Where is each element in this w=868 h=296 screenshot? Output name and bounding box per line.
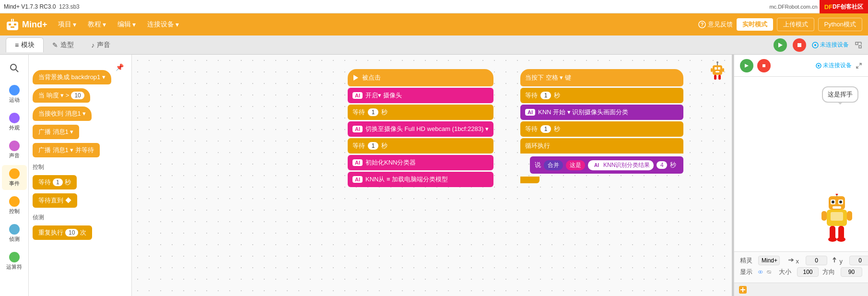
menu-item-edit[interactable]: 编辑 ▾ (113, 17, 141, 32)
svg-point-42 (836, 194, 838, 195)
say-sec-label: 秒 (670, 161, 676, 169)
block-group-flag: 被点击 AI 开启▾ 摄像头 等待 1 秒 AI 切换至摄像头 Full HD … (348, 69, 493, 187)
stage-expand-icon[interactable] (856, 62, 862, 69)
svg-rect-9 (798, 43, 801, 47)
x-value[interactable]: 0 (806, 256, 827, 265)
speech-bubble: 这是挥手 (822, 86, 858, 103)
svg-point-48 (828, 237, 837, 242)
sidebar-item-sound[interactable]: 声音 (2, 137, 27, 162)
tab-blocks-icon: ≡ (15, 41, 19, 49)
volume-block[interactable]: 当 响度 ▾ > 10 (33, 88, 90, 103)
sidebar-item-motion[interactable]: 运动 (2, 82, 27, 107)
svg-rect-45 (847, 211, 852, 221)
realtime-mode-button[interactable]: 实时模式 (737, 18, 773, 31)
broadcast-wait-block[interactable]: 广播 消息1 ▾ 并等待 (33, 143, 100, 157)
size-label: 大小 (779, 268, 793, 276)
knn-result-badge: AI KNN识别分类结果 (588, 160, 654, 170)
repeat-block[interactable]: 重复执行 10 次 (33, 225, 92, 240)
y-value[interactable]: 0 (849, 256, 868, 265)
add-sprite-bar (734, 283, 868, 296)
stage-green-flag[interactable] (740, 59, 753, 72)
python-mode-button[interactable]: Python模式 (818, 18, 862, 31)
sprite-name-row: 精灵 Mind+ x 0 y (740, 256, 862, 265)
looks-dot (9, 113, 20, 123)
svg-rect-27 (714, 75, 716, 80)
broadcast-block[interactable]: 广播 消息1 ▾ (33, 125, 79, 139)
canvas-area[interactable]: 被点击 AI 开启▾ 摄像头 等待 1 秒 AI 切换至摄像头 Full HD … (132, 55, 732, 296)
sidebar-item-events[interactable]: 事件 (2, 165, 27, 190)
knn-classify-block[interactable]: AI KNN 开始 ▾ 识别摄像头画面分类 (520, 105, 683, 120)
repeat-count: 10 (65, 229, 78, 237)
wait-1s-block-2[interactable]: 等待 1 秒 (348, 138, 493, 154)
wait-until-block[interactable]: 等待直到 ◆ (33, 193, 77, 208)
svg-rect-22 (716, 71, 719, 72)
eye-icon[interactable] (758, 269, 763, 275)
tab-blocks[interactable]: ≡ 模块 (6, 37, 44, 52)
wait-block[interactable]: 等待 1 秒 (33, 175, 77, 189)
add-sprite-icon[interactable] (738, 285, 748, 295)
df-logo: DFDF创客社区 (820, 0, 868, 13)
no-eye-icon[interactable] (767, 269, 772, 275)
green-flag-button[interactable] (774, 38, 787, 52)
svg-rect-19 (713, 65, 722, 75)
when-space-pressed-block[interactable]: 当按下 空格 ▾ 键 (520, 69, 683, 86)
menu-item-tutorial[interactable]: 教程 ▾ (83, 17, 111, 32)
say-block[interactable]: 说 合并 这是 AI KNN识别分类结果 4 秒 (530, 156, 683, 174)
tab-sounds-label: 声音 (97, 41, 110, 49)
wait-1s-label-4: 等待 (525, 125, 538, 133)
size-value[interactable]: 100 (797, 267, 819, 277)
upload-mode-button[interactable]: 上传模式 (777, 18, 814, 31)
stage-wifi-icon (816, 63, 821, 69)
sprite-name-label: 精灵 (740, 256, 754, 265)
receive-message-block[interactable]: 当接收到 消息1 ▾ (33, 107, 92, 121)
stage-play-controls (740, 59, 771, 72)
stop-button[interactable] (793, 38, 806, 52)
blocks-panel: 📌 当背景换成 backdrop1 ▾ 当 响度 ▾ > 10 当接收到 消息1… (29, 55, 132, 296)
stage-not-connected: 未连接设备 (823, 61, 852, 70)
menu-item-project[interactable]: 项目 ▾ (53, 17, 81, 32)
switch-camera-block[interactable]: AI 切换至摄像头 Full HD webcam (1bcf:2283) ▾ (348, 121, 493, 137)
loop-block-top[interactable]: 循环执行 (520, 138, 683, 154)
menu-item-connect[interactable]: 连接设备 ▾ (142, 17, 184, 32)
wait-val-2: 1 (368, 142, 378, 150)
control-section-label: 控制 (33, 163, 128, 171)
init-knn-block[interactable]: AI 初始化KNN分类器 (348, 155, 493, 170)
file-name: 123.sb3 (59, 3, 80, 10)
stage-stop-button[interactable] (757, 59, 771, 72)
knn-result-text: KNN识别分类结果 (603, 161, 650, 169)
repeat-times-label: 次 (80, 228, 86, 237)
search-button[interactable] (6, 59, 23, 77)
wait-1s-block-3[interactable]: 等待 1 秒 (520, 88, 683, 103)
logo-block: Mind+ (6, 18, 47, 31)
y-label: y (831, 257, 845, 265)
ai-badge-knn-1: AI (525, 109, 535, 116)
backdrop-block[interactable]: 当背景换成 backdrop1 ▾ (33, 70, 111, 84)
wait-1s-block-1[interactable]: 等待 1 秒 (348, 105, 493, 120)
ai-open-camera-block[interactable]: AI 开启▾ 摄像头 (348, 88, 493, 103)
feedback-button[interactable]: ? 意见反馈 (698, 20, 733, 29)
sidebar-item-looks[interactable]: 外观 (2, 109, 27, 134)
sidebar-item-sensing[interactable]: 侦测 (2, 221, 27, 246)
tab-sounds[interactable]: ♪ 声音 (82, 38, 119, 52)
sidebar-sound-label: 声音 (9, 152, 20, 159)
wait-1s-block-4[interactable]: 等待 1 秒 (520, 121, 683, 137)
receive-message-label: 当接收到 消息1 ▾ (38, 109, 86, 118)
stage-right-controls: 未连接设备 (816, 61, 862, 70)
knn-load-model-block[interactable]: AI KNN从 ≡ 加载电脑端分类模型 (348, 172, 493, 187)
tab-costumes[interactable]: ✎ 造型 (44, 38, 82, 52)
svg-rect-1 (9, 24, 11, 25)
expand-icon[interactable] (855, 41, 862, 49)
when-flag-clicked-block[interactable]: 被点击 (348, 69, 493, 86)
direction-value[interactable]: 90 (841, 267, 862, 277)
canvas-robot-icon (709, 60, 726, 83)
when-space-label: 当按下 空格 ▾ 键 (525, 73, 571, 82)
tutorial-label: 教程 (88, 20, 101, 29)
svg-rect-21 (718, 67, 720, 70)
sidebar-item-control[interactable]: 控制 (2, 193, 27, 218)
loop-inner: 说 合并 这是 AI KNN识别分类结果 4 秒 (530, 156, 683, 174)
events-dot (9, 168, 20, 179)
svg-rect-40 (833, 206, 841, 209)
sidebar-item-operators[interactable]: 运算符 (2, 249, 27, 273)
sidebar-motion-label: 运动 (9, 96, 20, 104)
sensing-dot (9, 224, 20, 235)
